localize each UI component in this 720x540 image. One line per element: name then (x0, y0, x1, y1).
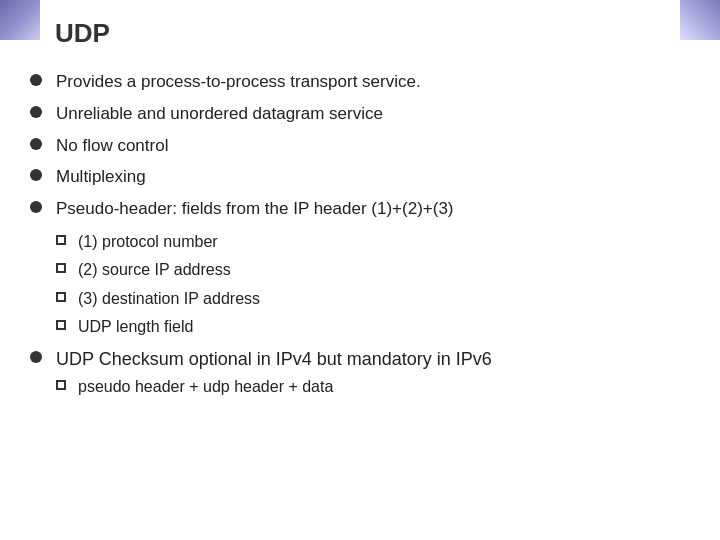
bullet-text-4: Multiplexing (56, 165, 146, 189)
sub-text-4: UDP length field (78, 316, 193, 338)
checksum-section: UDP Checksum optional in IPv4 but mandat… (30, 347, 690, 399)
checksum-main-text: UDP Checksum optional in IPv4 but mandat… (56, 347, 492, 372)
bullet-item-4: Multiplexing (30, 165, 690, 189)
sub-text-1: (1) protocol number (78, 231, 218, 253)
sub-marker-2 (56, 263, 66, 273)
bullet-text-3: No flow control (56, 134, 168, 158)
sub-bullet-list: (1) protocol number (2) source IP addres… (56, 231, 690, 339)
bullet-item-3: No flow control (30, 134, 690, 158)
content-area: Provides a process-to-process transport … (30, 70, 690, 520)
checksum-main-item: UDP Checksum optional in IPv4 but mandat… (30, 347, 690, 372)
bullet-marker-5 (30, 201, 42, 213)
bullet-text-5: Pseudo-header: fields from the IP header… (56, 197, 454, 221)
bullet-marker-4 (30, 169, 42, 181)
bullet-item-5: Pseudo-header: fields from the IP header… (30, 197, 690, 221)
corner-decoration-left (0, 0, 40, 40)
sub-marker-1 (56, 235, 66, 245)
sub-marker-4 (56, 320, 66, 330)
checksum-sub-item: pseudo header + udp header + data (56, 376, 690, 398)
page-title: UDP (55, 18, 110, 49)
bullet-marker-3 (30, 138, 42, 150)
bullet-text-2: Unreliable and unordered datagram servic… (56, 102, 383, 126)
sub-text-3: (3) destination IP address (78, 288, 260, 310)
sub-marker-3 (56, 292, 66, 302)
bullet-item-2: Unreliable and unordered datagram servic… (30, 102, 690, 126)
bullet-marker-2 (30, 106, 42, 118)
sub-item-4: UDP length field (56, 316, 690, 338)
corner-decoration-right (680, 0, 720, 40)
bullet-text-1: Provides a process-to-process transport … (56, 70, 421, 94)
main-bullet-list: Provides a process-to-process transport … (30, 70, 690, 221)
checksum-sub-list: pseudo header + udp header + data (56, 376, 690, 398)
sub-item-1: (1) protocol number (56, 231, 690, 253)
sub-marker-checksum (56, 380, 66, 390)
bullet-marker-checksum (30, 351, 42, 363)
sub-item-3: (3) destination IP address (56, 288, 690, 310)
checksum-sub-text: pseudo header + udp header + data (78, 376, 333, 398)
sub-item-2: (2) source IP address (56, 259, 690, 281)
bullet-item-1: Provides a process-to-process transport … (30, 70, 690, 94)
sub-text-2: (2) source IP address (78, 259, 231, 281)
bullet-marker-1 (30, 74, 42, 86)
